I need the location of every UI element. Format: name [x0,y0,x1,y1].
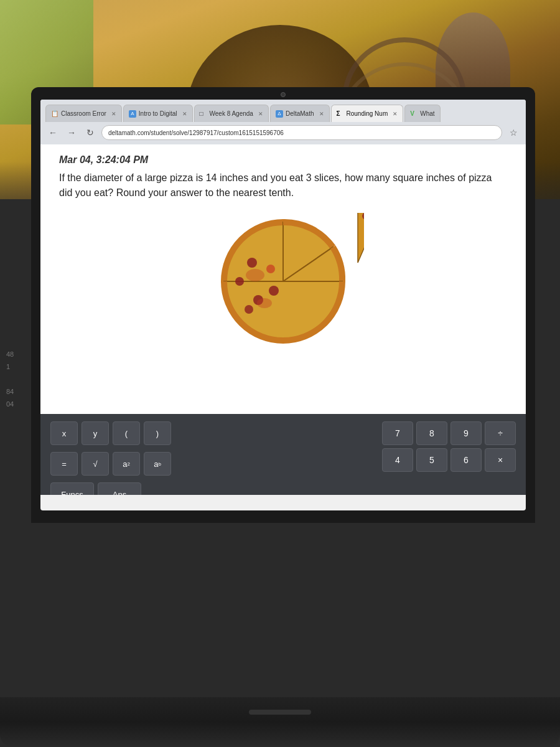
numpad-8[interactable]: 8 [416,421,447,445]
laptop-bottom [0,697,560,747]
svg-point-14 [246,269,264,281]
pizza-svg [202,213,364,350]
keyboard-row-1: x y ( ) [50,421,171,445]
tab-week8-close[interactable]: ✕ [258,111,263,117]
browser-window: 📋 Classroom Error ✕ A Intro to Digital ✕… [40,100,526,510]
keyboard-row-3: Funcs Ans [50,482,171,495]
numpad-multiply[interactable]: × [485,448,516,472]
back-button[interactable]: ← [45,125,60,140]
tab-classroom-close[interactable]: ✕ [111,111,116,117]
key-equals[interactable]: = [50,452,78,476]
tab-intro[interactable]: A Intro to Digital ✕ [123,105,193,122]
numpad-9[interactable]: 9 [450,421,482,445]
address-input[interactable] [101,125,502,140]
key-y[interactable]: y [82,421,109,445]
tab-rounding[interactable]: Σ Rounding Num ✕ [331,105,404,122]
page-content: Mar 04, 3:24:04 PM If the diameter of a … [40,144,526,495]
tab-rounding-close[interactable]: ✕ [393,111,398,117]
tab-week8-icon: □ [200,110,207,118]
tab-classroom[interactable]: 📋 Classroom Error ✕ [45,105,122,122]
svg-point-15 [257,298,272,308]
key-close-paren[interactable]: ) [144,421,171,445]
numpad: 7 8 9 ÷ 4 5 6 × [382,421,516,495]
numpad-7[interactable]: 7 [382,421,413,445]
tab-intro-close[interactable]: ✕ [182,111,187,117]
tab-deltamath-close[interactable]: ✕ [319,111,324,117]
tab-intro-icon: A [129,110,136,118]
svg-point-13 [245,305,253,314]
bookmark-button[interactable]: ☆ [506,125,521,140]
keyboard-area: x y ( ) = √ a2 ab Funcs Ans [40,414,526,495]
time-header: Mar 04, 3:24:04 PM [59,154,507,166]
key-x[interactable]: x [50,421,78,445]
key-ans[interactable]: Ans [98,482,141,495]
reload-button[interactable]: ↻ [83,125,98,140]
webcam [281,92,286,97]
address-bar-row: ← → ↻ ☆ [40,122,526,143]
forward-button[interactable]: → [64,125,79,140]
svg-point-9 [235,277,244,286]
numpad-divide[interactable]: ÷ [485,421,516,445]
tab-week8[interactable]: □ Week 8 Agenda ✕ [194,105,269,122]
numpad-6[interactable]: 6 [450,448,482,472]
tab-what[interactable]: V What [404,105,440,122]
key-squared[interactable]: a2 [113,452,140,476]
key-open-paren[interactable]: ( [113,421,140,445]
key-power[interactable]: ab [144,452,171,476]
svg-point-12 [269,286,279,296]
numpad-4[interactable]: 4 [382,448,413,472]
left-numbers-2: 84 04 [6,386,14,411]
tab-what-icon: V [410,110,418,118]
left-numbers: 48 1 [6,349,14,374]
tab-rounding-icon: Σ [337,110,344,118]
laptop-hinge [249,710,311,715]
question-text: If the diameter of a large pizza is 14 i… [59,171,507,200]
tab-bar: 📋 Classroom Error ✕ A Intro to Digital ✕… [40,100,526,122]
key-sqrt[interactable]: √ [82,452,109,476]
pizza-image-area [59,213,507,350]
svg-point-11 [266,265,275,273]
left-keyboard: x y ( ) = √ a2 ab Funcs Ans [50,421,171,495]
keyboard-row-2: = √ a2 ab [50,452,171,476]
tab-classroom-icon: 📋 [51,110,58,118]
numpad-5[interactable]: 5 [416,448,447,472]
tab-deltamath-icon: Δ [276,110,283,118]
svg-point-8 [247,258,257,268]
tab-deltamath[interactable]: Δ DeltaMath ✕ [270,105,330,122]
browser-chrome: 📋 Classroom Error ✕ A Intro to Digital ✕… [40,100,526,144]
key-funcs[interactable]: Funcs [50,482,94,495]
